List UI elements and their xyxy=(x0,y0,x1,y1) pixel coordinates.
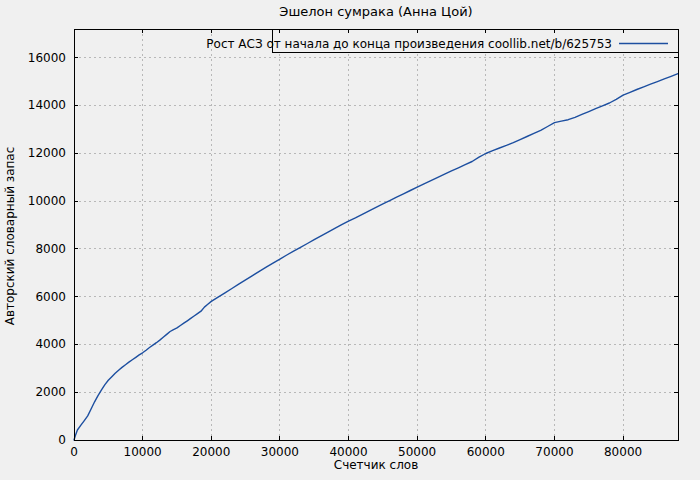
x-tick-label: 10000 xyxy=(124,445,162,459)
series-line xyxy=(74,74,678,440)
x-tick-label: 20000 xyxy=(192,445,230,459)
legend-label: Рост АСЗ от начала до конца произведения… xyxy=(206,37,612,51)
x-tick-label: 60000 xyxy=(467,445,505,459)
x-tick-label: 40000 xyxy=(329,445,367,459)
y-tick-label: 10000 xyxy=(28,194,66,208)
y-tick-label: 8000 xyxy=(35,242,66,256)
y-tick-label: 16000 xyxy=(28,51,66,65)
vocabulary-growth-chart: 0100002000030000400005000060000700008000… xyxy=(0,0,700,480)
y-tick-label: 4000 xyxy=(35,337,66,351)
x-tick-label: 0 xyxy=(70,445,78,459)
y-tick-label: 12000 xyxy=(28,146,66,160)
axis-ticks xyxy=(74,29,678,440)
y-tick-label: 14000 xyxy=(28,98,66,112)
border-rect xyxy=(75,30,679,441)
y-tick-label: 6000 xyxy=(35,290,66,304)
x-tick-label: 50000 xyxy=(398,445,436,459)
chart-canvas: 0100002000030000400005000060000700008000… xyxy=(0,0,700,480)
y-tick-label: 0 xyxy=(58,433,66,447)
x-tick-label: 70000 xyxy=(535,445,573,459)
chart-title: Эшелон сумрака (Анна Цой) xyxy=(279,4,472,19)
tick-labels: 0100002000030000400005000060000700008000… xyxy=(28,51,642,459)
plot-border xyxy=(75,30,679,441)
y-tick-label: 2000 xyxy=(35,385,66,399)
gridlines xyxy=(74,29,678,440)
data-series xyxy=(74,74,678,440)
x-axis-label: Счетчик слов xyxy=(334,458,418,472)
y-axis-label: Авторский словарный запас xyxy=(3,147,17,326)
x-tick-label: 30000 xyxy=(261,445,299,459)
x-tick-label: 80000 xyxy=(604,445,642,459)
